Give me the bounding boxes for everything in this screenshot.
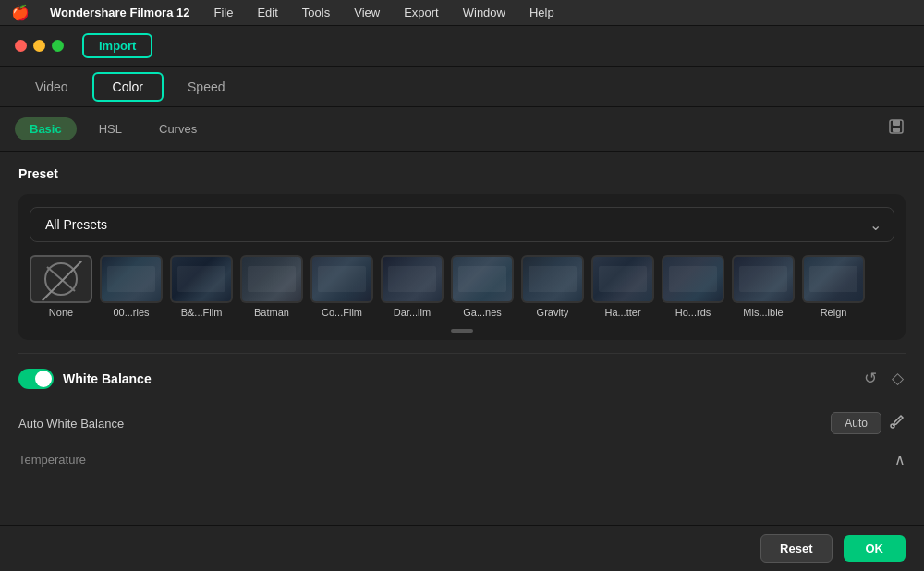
preset-scroll-area[interactable]: None 00...ries B&...Film Batman (30, 255, 894, 325)
preset-thumbnail-00ries[interactable] (100, 255, 163, 303)
preset-thumbnail-cofilm[interactable] (310, 255, 373, 303)
auto-button[interactable]: Auto (831, 412, 881, 434)
menu-edit[interactable]: Edit (253, 4, 281, 21)
import-button[interactable]: Import (82, 33, 152, 58)
preset-thumbnail-none[interactable] (30, 255, 92, 303)
preset-item-darilm[interactable]: Dar...ilm (381, 255, 444, 318)
reset-button[interactable]: Reset (760, 534, 832, 563)
preset-label-batman: Batman (254, 307, 289, 318)
preset-thumbnail-darilm[interactable] (381, 255, 444, 303)
preset-thumbnail-hatter[interactable] (591, 255, 654, 303)
svg-rect-2 (893, 128, 900, 132)
preset-thumbnail-howards[interactable] (662, 255, 724, 303)
menu-bar: 🍎 Wondershare Filmora 12 File Edit Tools… (0, 0, 924, 26)
preset-item-gravity[interactable]: Gravity (521, 255, 584, 318)
traffic-lights (15, 40, 64, 52)
preset-label-none: None (49, 307, 73, 318)
tab-video[interactable]: Video (15, 72, 89, 102)
white-balance-reset-icon[interactable]: ↺ (862, 367, 879, 390)
preset-item-bkfilm[interactable]: B&...Film (170, 255, 233, 318)
menu-export[interactable]: Export (400, 4, 443, 21)
ok-button[interactable]: OK (844, 535, 906, 562)
preset-label-howards: Ho...rds (675, 307, 711, 318)
menu-window[interactable]: Window (459, 4, 509, 21)
preset-item-batman[interactable]: Batman (240, 255, 303, 318)
scroll-indicator (30, 329, 894, 333)
temperature-label: Temperature (18, 453, 86, 467)
main-content: Preset All Presets My Presets Cinema Vin… (0, 152, 924, 525)
maximize-button[interactable] (52, 40, 64, 52)
subtab-curves[interactable]: Curves (144, 117, 212, 140)
preset-dropdown[interactable]: All Presets My Presets Cinema Vintage (30, 207, 894, 242)
app-name: Wondershare Filmora 12 (50, 6, 189, 19)
preset-label-00ries: 00...ries (113, 307, 149, 318)
preset-label-games: Ga...nes (463, 307, 502, 318)
white-balance-icons: ↺ ◇ (862, 367, 906, 390)
preset-thumbnail-missible[interactable] (732, 255, 795, 303)
preset-thumbnail-games[interactable] (451, 255, 514, 303)
menu-view[interactable]: View (350, 4, 383, 21)
preset-label-reign: Reign (821, 307, 847, 318)
preset-dropdown-wrapper[interactable]: All Presets My Presets Cinema Vintage ⌄ (30, 207, 894, 242)
menu-file[interactable]: File (210, 4, 237, 21)
tab-color[interactable]: Color (92, 72, 164, 102)
tab-speed[interactable]: Speed (167, 72, 245, 102)
preset-label-gravity: Gravity (537, 307, 569, 318)
svg-rect-1 (893, 120, 900, 126)
minimize-button[interactable] (33, 40, 45, 52)
white-balance-label: White Balance (63, 371, 152, 386)
subtab-basic[interactable]: Basic (15, 117, 77, 140)
divider-1 (18, 353, 906, 354)
preset-section-label: Preset (18, 166, 906, 181)
tab-bar: Video Color Speed (0, 67, 924, 107)
temperature-row: Temperature ∧ (18, 443, 906, 476)
bottom-bar: Reset OK (0, 525, 924, 571)
menu-tools[interactable]: Tools (298, 4, 334, 21)
preset-item-howards[interactable]: Ho...rds (662, 255, 724, 318)
preset-thumbnail-gravity[interactable] (521, 255, 584, 303)
preset-label-bkfilm: B&...Film (181, 307, 223, 318)
eyedropper-button[interactable] (889, 413, 906, 433)
preset-item-cofilm[interactable]: Co...Film (310, 255, 373, 318)
white-balance-left: White Balance (18, 369, 152, 389)
subtab-hsl[interactable]: HSL (84, 117, 137, 140)
preset-label-cofilm: Co...Film (322, 307, 362, 318)
close-button[interactable] (15, 40, 27, 52)
preset-item-games[interactable]: Ga...nes (451, 255, 514, 318)
preset-thumbnail-reign[interactable] (802, 255, 865, 303)
auto-white-balance-label: Auto White Balance (18, 417, 124, 431)
save-preset-button[interactable] (883, 114, 909, 144)
preset-thumbnail-batman[interactable] (240, 255, 303, 303)
preset-item-none[interactable]: None (30, 255, 92, 318)
white-balance-header: White Balance ↺ ◇ (18, 367, 906, 390)
svg-point-3 (45, 263, 77, 295)
svg-line-4 (47, 267, 75, 291)
preset-label-darilm: Dar...ilm (394, 307, 431, 318)
temperature-expand-button[interactable]: ∧ (894, 451, 906, 468)
preset-item-00ries[interactable]: 00...ries (100, 255, 163, 318)
white-balance-toggle[interactable] (18, 369, 54, 389)
toggle-knob (35, 371, 52, 387)
preset-container: All Presets My Presets Cinema Vintage ⌄ … (18, 194, 906, 340)
subtab-bar: Basic HSL Curves (0, 107, 924, 152)
preset-label-missible: Mis...ible (743, 307, 783, 318)
preset-thumbnail-bkfilm[interactable] (170, 255, 233, 303)
menu-help[interactable]: Help (526, 4, 558, 21)
preset-item-reign[interactable]: Reign (802, 255, 865, 318)
preset-item-hatter[interactable]: Ha...tter (591, 255, 654, 318)
titlebar: Import (0, 26, 924, 67)
auto-white-balance-row: Auto White Balance Auto (18, 403, 906, 443)
white-balance-diamond-icon[interactable]: ◇ (890, 367, 906, 390)
preset-item-missible[interactable]: Mis...ible (732, 255, 795, 318)
preset-label-hatter: Ha...tter (604, 307, 640, 318)
auto-white-balance-actions: Auto (831, 412, 906, 434)
apple-icon: 🍎 (11, 4, 30, 21)
